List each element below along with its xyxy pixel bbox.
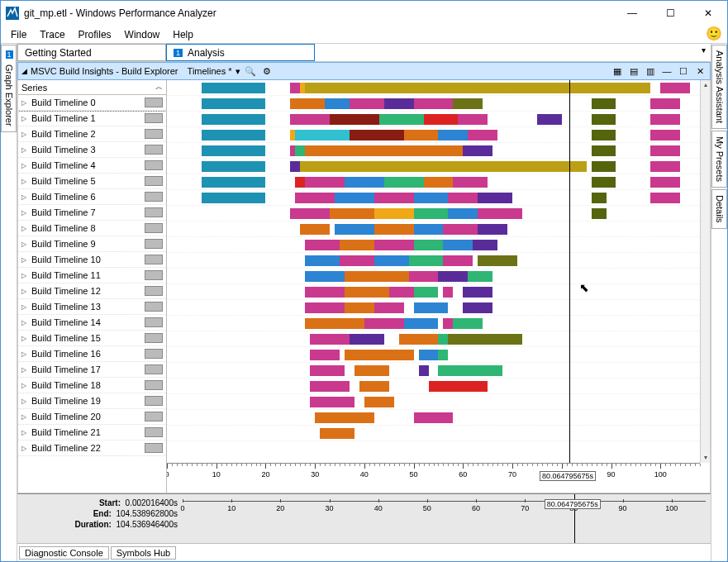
details-tab[interactable]: Details — [711, 189, 727, 229]
expand-icon[interactable]: ▷ — [21, 131, 28, 138]
view-mode-2-icon[interactable]: ▤ — [627, 64, 640, 78]
series-row[interactable]: ▷Build Timeline 19 — [18, 393, 166, 409]
series-row[interactable]: ▷Build Timeline 22 — [18, 441, 166, 456]
timeline-segment[interactable] — [290, 83, 300, 93]
timeline-segment[interactable] — [438, 350, 448, 360]
timeline-segment[interactable] — [202, 145, 266, 156]
expand-icon[interactable]: ▷ — [21, 178, 28, 185]
vertical-scrollbar[interactable]: ▴ ▾ — [700, 80, 710, 463]
timeline-segment[interactable] — [310, 365, 345, 376]
close-button[interactable]: ✕ — [689, 1, 727, 26]
timeline-segment[interactable] — [443, 255, 473, 266]
timeline-segment[interactable] — [290, 161, 300, 172]
timeline-segment[interactable] — [453, 318, 483, 329]
timeline-segment[interactable] — [650, 114, 680, 125]
series-row[interactable]: ▷Build Timeline 16 — [18, 346, 166, 362]
series-row[interactable]: ▷Build Timeline 10 — [18, 252, 166, 268]
series-row[interactable]: ▷Build Timeline 14 — [18, 315, 166, 331]
timeline-segment[interactable] — [429, 381, 488, 392]
timeline-segment[interactable] — [384, 177, 424, 188]
timeline-row[interactable] — [167, 316, 700, 331]
series-row[interactable]: ▷Build Timeline 7 — [18, 205, 166, 221]
timeline-segment[interactable] — [305, 302, 345, 313]
scroll-down-icon[interactable]: ▾ — [701, 453, 710, 463]
timeline-segment[interactable] — [374, 208, 414, 219]
timeline-segment[interactable] — [310, 397, 354, 407]
expand-icon[interactable]: ▷ — [21, 162, 28, 169]
expand-icon[interactable]: ▷ — [21, 335, 28, 342]
timeline-segment[interactable] — [468, 271, 492, 282]
expand-icon[interactable]: ▷ — [21, 225, 28, 232]
timeline-row[interactable] — [167, 112, 700, 127]
timeline-segment[interactable] — [419, 365, 429, 376]
expand-icon[interactable]: ▷ — [21, 413, 28, 421]
timeline-row[interactable] — [167, 284, 700, 300]
expand-icon[interactable]: ▷ — [21, 319, 28, 326]
expand-icon[interactable]: ▷ — [21, 115, 28, 122]
timeline-segment[interactable] — [592, 208, 607, 219]
timeline-segment[interactable] — [592, 177, 616, 188]
timeline-segment[interactable] — [379, 114, 424, 125]
series-row[interactable]: ▷Build Timeline 11 — [18, 268, 166, 283]
timeline-segment[interactable] — [295, 130, 350, 140]
series-row[interactable]: ▷Build Timeline 4 — [18, 158, 166, 174]
timeline-row[interactable] — [167, 379, 700, 394]
series-row[interactable]: ▷Build Timeline 13 — [18, 299, 166, 315]
timeline-segment[interactable] — [202, 83, 266, 93]
timeline-segment[interactable] — [414, 208, 449, 219]
expand-icon[interactable]: ▷ — [21, 366, 28, 374]
timeline-segment[interactable] — [463, 302, 492, 313]
view-mode-1-icon[interactable]: ▦ — [611, 64, 624, 78]
timeline-segment[interactable] — [345, 350, 414, 360]
timeline-segment[interactable] — [310, 350, 340, 360]
timeline-row[interactable] — [167, 410, 700, 426]
series-row[interactable]: ▷Build Timeline 21 — [18, 425, 166, 441]
timeline-segment[interactable] — [419, 350, 439, 360]
collapse-triangle-icon[interactable]: ◢ — [21, 67, 27, 75]
panel-close-icon[interactable]: ✕ — [693, 64, 707, 78]
timeline-segment[interactable] — [374, 193, 414, 203]
timeline-segment[interactable] — [305, 318, 364, 329]
timeline-row[interactable] — [167, 221, 700, 237]
timeline-row[interactable] — [167, 331, 700, 347]
timeline-segment[interactable] — [443, 287, 453, 298]
timeline-segment[interactable] — [295, 145, 305, 156]
expand-icon[interactable]: ▷ — [21, 209, 28, 217]
series-row[interactable]: ▷Build Timeline 1 — [18, 111, 166, 126]
series-row[interactable]: ▷Build Timeline 8 — [18, 221, 166, 236]
series-row[interactable]: ▷Build Timeline 15 — [18, 331, 166, 346]
time-ruler[interactable]: 0102030405060708090100 — [167, 463, 700, 493]
panel-max-icon[interactable]: ☐ — [677, 64, 690, 78]
timeline-segment[interactable] — [438, 130, 468, 140]
timeline-segment[interactable] — [345, 302, 374, 313]
expand-icon[interactable]: ▷ — [21, 398, 28, 405]
timeline-segment[interactable] — [305, 83, 650, 93]
timeline-segment[interactable] — [305, 255, 340, 266]
timeline-segment[interactable] — [650, 193, 680, 203]
timeline-segment[interactable] — [592, 98, 616, 109]
view-mode-3-icon[interactable]: ▥ — [644, 64, 657, 78]
series-scroll-up-icon[interactable]: ︿ — [155, 82, 163, 93]
timeline-segment[interactable] — [592, 114, 616, 125]
preset-selector[interactable]: Timelines * — [188, 66, 232, 76]
timeline-segment[interactable] — [202, 161, 266, 172]
timeline-segment[interactable] — [354, 365, 389, 376]
timeline-segment[interactable] — [409, 271, 439, 282]
timeline-row[interactable] — [167, 347, 700, 363]
timeline-plot[interactable]: 0102030405060708090100 ▴ ▾ ⬉ 80.06479567… — [167, 80, 710, 493]
timeline-segment[interactable] — [300, 224, 330, 235]
search-icon[interactable]: 🔍 — [244, 64, 257, 78]
timeline-segment[interactable] — [453, 177, 488, 188]
timeline-segment[interactable] — [453, 98, 483, 109]
timeline-segment[interactable] — [350, 130, 404, 140]
timeline-segment[interactable] — [384, 98, 414, 109]
series-row[interactable]: ▷Build Timeline 6 — [18, 189, 166, 205]
timeline-segment[interactable] — [389, 287, 414, 298]
timeline-segment[interactable] — [399, 334, 439, 345]
timeline-segment[interactable] — [443, 224, 478, 235]
timeline-segment[interactable] — [650, 177, 680, 188]
timeline-segment[interactable] — [202, 177, 266, 188]
timeline-segment[interactable] — [364, 318, 404, 329]
timeline-segment[interactable] — [650, 145, 680, 156]
timeline-row[interactable] — [167, 253, 700, 269]
